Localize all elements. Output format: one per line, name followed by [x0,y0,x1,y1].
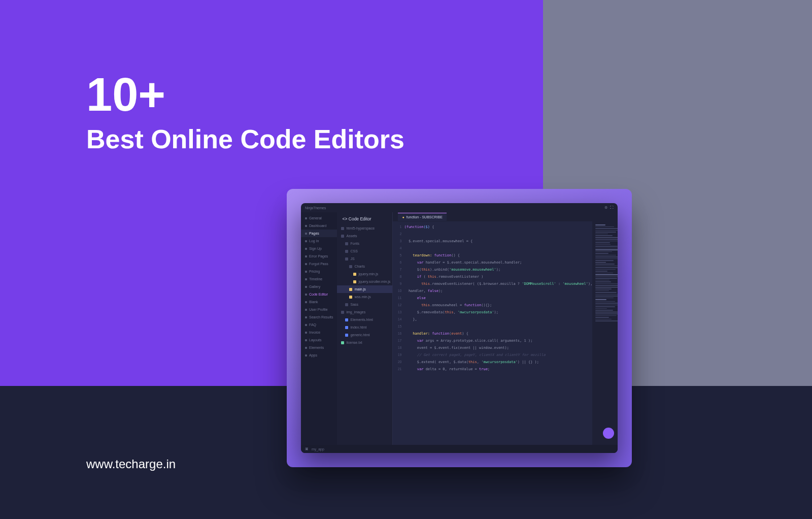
editor-brand: NinjaThemes [305,206,326,210]
code-line[interactable]: if ( this.removeEventListener ) [404,273,592,280]
sidebar-item-layouts[interactable]: Layouts [301,336,337,344]
file-assets[interactable]: Assets [337,232,392,240]
code-content[interactable]: (function($) { $.event.special.mousewhee… [404,212,592,445]
file-generic-html[interactable]: generic.html [337,331,392,339]
file-tree: <> Code Editor html5-hyperspaceAssetsFon… [337,212,393,445]
sidebar-item-faq[interactable]: FAQ [301,321,337,329]
panel-title: <> Code Editor [337,214,392,224]
sidebar-item-log-in[interactable]: Log In [301,237,337,245]
code-line[interactable]: var delta = 0, returnValue = true; [404,366,592,373]
gear-icon[interactable]: ⚙ [604,206,607,210]
code-editor-window: NinjaThemes ⚙ ⛶ GeneralDashboardPagesLog… [301,203,618,453]
file-index-html[interactable]: index.html [337,323,392,331]
file-charts[interactable]: Charts [337,263,392,270]
code-line[interactable]: var handler = $.event.special.mousewheel… [404,259,592,266]
sidebar-item-timeline[interactable]: Timeline [301,275,337,283]
file-fonts[interactable]: Fonts [337,240,392,247]
code-line[interactable]: }, [404,316,592,323]
code-line[interactable]: this.onmousewheel = function(){}; [404,302,592,309]
file-jquery-min-js[interactable]: jquery.min.js [337,270,392,278]
code-line[interactable]: (function($) { [404,223,592,231]
code-line[interactable]: $.event.special.mousewheel = { [404,238,592,245]
code-line[interactable]: handler, false); [404,287,592,295]
sidebar-item-code-editor[interactable]: Code Editor [301,290,337,298]
nav-sidebar: GeneralDashboardPagesLog InSign UpError … [301,212,337,445]
heading-subtitle: Best Online Code Editors [86,124,404,154]
code-line[interactable]: // Get correct pageX, pageY, clientX and… [404,351,592,359]
file-license-txt[interactable]: license.txt [337,339,392,346]
code-line[interactable]: else [404,295,592,302]
sidebar-item-gallery[interactable]: Gallery [301,283,337,290]
editor-body: GeneralDashboardPagesLog InSign UpError … [301,212,618,445]
code-line[interactable] [404,245,592,252]
line-gutter: 123456789101112131415161718192021 [393,212,404,445]
file-jquery-scroller-min-js[interactable]: jquery.scroller.min.js [337,278,392,285]
sidebar-item-invoice[interactable]: Invoice [301,329,337,336]
file-elements-html[interactable]: Elements.html [337,316,392,323]
footer-label: my_app [312,447,324,451]
sidebar-item-blank[interactable]: Blank [301,298,337,306]
sidebar-item-error-pages[interactable]: Error Pages [301,252,337,260]
file-sass[interactable]: Sass [337,301,392,308]
sidebar-item-apps[interactable]: Apps [301,351,337,359]
file-html5-hyperspace[interactable]: html5-hyperspace [337,224,392,232]
code-line[interactable]: $(this).unbind('mousemove.mousewheel'); [404,266,592,273]
heading-count: 10+ [86,71,404,118]
terminal-icon[interactable]: ▣ [305,447,309,451]
file-css[interactable]: CSS [337,247,392,255]
editor-titlebar: NinjaThemes ⚙ ⛶ [301,203,618,212]
code-line[interactable]: event = $.event.fix(event || window.even… [404,344,592,351]
code-line[interactable]: teardown: function() { [404,252,592,259]
expand-icon[interactable]: ⛶ [610,206,614,210]
sidebar-item-general[interactable]: General [301,214,337,222]
sidebar-item-pages[interactable]: Pages [301,230,337,237]
code-line[interactable] [404,323,592,330]
minimap[interactable] [592,212,618,445]
sidebar-item-elements[interactable]: Elements [301,344,337,351]
code-area: ● function - SUBSCRIBE 12345678910111213… [393,212,618,445]
sidebar-item-sign-up[interactable]: Sign Up [301,245,337,252]
website-url: www.techarge.in [86,457,176,471]
sidebar-item-forgot-pass[interactable]: Forgot Pass [301,260,337,268]
file-main-js[interactable]: main.js [337,285,392,293]
sidebar-item-pricing[interactable]: Pricing [301,268,337,275]
main-heading: 10+ Best Online Code Editors [86,71,404,154]
file-img-images[interactable]: img_images [337,308,392,316]
code-line[interactable]: this.removeEventListener( ($.browser.moz… [404,280,592,287]
file-wss-min-js[interactable]: wss.min.js [337,293,392,301]
code-line[interactable] [404,231,592,238]
sidebar-item-user-profile[interactable]: User Profile [301,306,337,313]
sidebar-item-dashboard[interactable]: Dashboard [301,222,337,230]
code-line[interactable]: handler: function(event) { [404,330,592,337]
sidebar-item-search-results[interactable]: Search Results [301,313,337,321]
code-line[interactable]: $.removeData(this, 'mwcursorposdata'); [404,309,592,316]
code-line[interactable]: var args = Array.prototype.slice.call( a… [404,337,592,344]
titlebar-right-icons: ⚙ ⛶ [604,206,614,210]
editor-mockup-frame: NinjaThemes ⚙ ⛶ GeneralDashboardPagesLog… [287,189,632,467]
code-line[interactable]: $.extend( event, $.data(this, 'mwcursorp… [404,359,592,366]
editor-statusbar: ▣ my_app [301,445,618,453]
file-js[interactable]: JS [337,255,392,263]
